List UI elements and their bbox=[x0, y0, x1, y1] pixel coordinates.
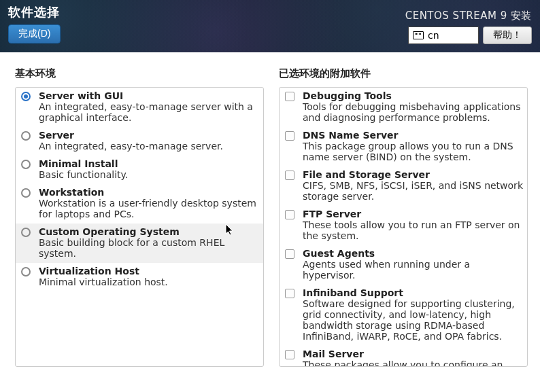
environment-option[interactable]: Virtualization HostMinimal virtualizatio… bbox=[16, 263, 263, 291]
environment-option[interactable]: Custom Operating SystemBasic building bl… bbox=[16, 224, 263, 263]
additional-software-column: 已选环境的附加软件 Debugging ToolsTools for debug… bbox=[279, 67, 528, 367]
option-description: An integrated, easy-to-manage server. bbox=[39, 141, 259, 152]
radio-button[interactable] bbox=[21, 92, 31, 101]
environment-option[interactable]: Minimal InstallBasic functionality. bbox=[16, 156, 263, 184]
base-environment-panel: Server with GUIAn integrated, easy-to-ma… bbox=[15, 87, 264, 367]
addon-name: Debugging Tools bbox=[303, 90, 523, 101]
checkbox[interactable] bbox=[285, 289, 294, 298]
option-name: Workstation bbox=[39, 187, 259, 198]
additional-software-panel: Debugging ToolsTools for debugging misbe… bbox=[279, 87, 528, 367]
radio-button[interactable] bbox=[21, 267, 31, 277]
addon-name: FTP Server bbox=[303, 209, 523, 219]
addon-description: These packages allow you to configure an… bbox=[303, 359, 523, 366]
environment-option[interactable]: WorkstationWorkstation is a user-friendl… bbox=[16, 184, 263, 224]
installer-title: CENTOS STREAM 9 安装 bbox=[405, 10, 532, 22]
addon-option[interactable]: Infiniband SupportSoftware designed for … bbox=[280, 285, 527, 346]
checkbox[interactable] bbox=[285, 350, 294, 359]
checkbox[interactable] bbox=[285, 249, 294, 259]
addon-description: Agents used when running under a hypervi… bbox=[303, 259, 523, 281]
addon-description: CIFS, SMB, NFS, iSCSI, iSER, and iSNS ne… bbox=[303, 180, 523, 202]
radio-button[interactable] bbox=[21, 188, 31, 198]
option-name: Minimal Install bbox=[39, 158, 259, 169]
base-environment-list[interactable]: Server with GUIAn integrated, easy-to-ma… bbox=[16, 88, 263, 366]
environment-option[interactable]: Server with GUIAn integrated, easy-to-ma… bbox=[16, 88, 263, 127]
additional-software-title: 已选环境的附加软件 bbox=[279, 67, 528, 80]
option-name: Custom Operating System bbox=[39, 226, 259, 237]
addon-name: Infiniband Support bbox=[303, 287, 523, 298]
addon-option[interactable]: File and Storage ServerCIFS, SMB, NFS, i… bbox=[280, 166, 527, 206]
radio-button[interactable] bbox=[21, 160, 31, 169]
radio-button[interactable] bbox=[21, 131, 31, 141]
keyboard-layout-selector[interactable]: cn bbox=[408, 26, 479, 44]
option-name: Server bbox=[39, 130, 259, 141]
option-description: Basic functionality. bbox=[39, 169, 259, 180]
addon-option[interactable]: DNS Name ServerThis package group allows… bbox=[280, 127, 527, 166]
addon-description: These tools allow you to run an FTP serv… bbox=[303, 219, 523, 241]
addon-name: Mail Server bbox=[303, 349, 523, 359]
content: 基本环境 Server with GUIAn integrated, easy-… bbox=[0, 52, 540, 374]
help-button[interactable]: 帮助！ bbox=[483, 26, 532, 44]
done-button[interactable]: 完成(D) bbox=[8, 24, 61, 43]
addon-option[interactable]: Mail ServerThese packages allow you to c… bbox=[280, 346, 527, 366]
header: 软件选择 完成(D) CENTOS STREAM 9 安装 cn 帮助！ bbox=[0, 0, 540, 52]
addon-option[interactable]: Guest AgentsAgents used when running und… bbox=[280, 245, 527, 285]
checkbox[interactable] bbox=[285, 92, 294, 101]
addon-option[interactable]: Debugging ToolsTools for debugging misbe… bbox=[280, 88, 527, 127]
addon-description: Software designed for supporting cluster… bbox=[303, 298, 523, 342]
addon-name: File and Storage Server bbox=[303, 169, 523, 180]
option-description: Basic building block for a custom RHEL s… bbox=[39, 237, 259, 259]
option-description: Workstation is a user-friendly desktop s… bbox=[39, 198, 259, 219]
option-name: Virtualization Host bbox=[39, 266, 259, 277]
base-environment-column: 基本环境 Server with GUIAn integrated, easy-… bbox=[15, 67, 264, 367]
environment-option[interactable]: ServerAn integrated, easy-to-manage serv… bbox=[16, 127, 263, 156]
addon-description: Tools for debugging misbehaving applicat… bbox=[303, 101, 523, 123]
base-environment-title: 基本环境 bbox=[15, 67, 264, 80]
checkbox[interactable] bbox=[285, 210, 294, 219]
option-description: Minimal virtualization host. bbox=[39, 277, 259, 287]
radio-button[interactable] bbox=[21, 228, 31, 237]
option-description: An integrated, easy-to-manage server wit… bbox=[39, 101, 259, 123]
checkbox[interactable] bbox=[285, 171, 294, 180]
keyboard-icon bbox=[413, 31, 424, 39]
option-name: Server with GUI bbox=[39, 90, 259, 101]
keyboard-layout-label: cn bbox=[428, 30, 439, 41]
addon-name: Guest Agents bbox=[303, 248, 523, 259]
addon-description: This package group allows you to run a D… bbox=[303, 141, 523, 162]
header-right: CENTOS STREAM 9 安装 cn 帮助！ bbox=[405, 10, 532, 44]
addon-option[interactable]: FTP ServerThese tools allow you to run a… bbox=[280, 206, 527, 245]
addon-name: DNS Name Server bbox=[303, 130, 523, 141]
checkbox[interactable] bbox=[285, 131, 294, 141]
additional-software-list[interactable]: Debugging ToolsTools for debugging misbe… bbox=[280, 88, 527, 366]
